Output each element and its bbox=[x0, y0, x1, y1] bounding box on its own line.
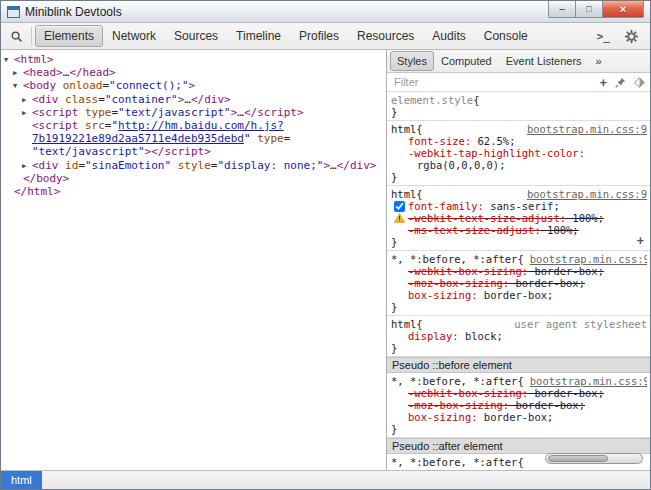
style-property[interactable]: -webkit-box-sizing: border-box; bbox=[391, 265, 647, 277]
style-property[interactable]: -webkit-box-sizing: border-box; bbox=[391, 468, 647, 470]
styles-filter-input[interactable] bbox=[392, 75, 599, 89]
styles-pane-toolbar: + bbox=[599, 77, 645, 88]
code-token: <script bbox=[32, 119, 78, 132]
code-token: </div> bbox=[191, 93, 231, 106]
tab-console[interactable]: Console bbox=[475, 25, 537, 47]
style-property[interactable]: -moz-box-sizing: border-box; bbox=[391, 277, 647, 289]
code-token: -moz-box-sizing: bbox=[408, 399, 509, 411]
style-rule: *, *:before, *:after {bootstrap.min.css:… bbox=[387, 373, 650, 438]
code-token: </html> bbox=[14, 185, 60, 198]
code-token: class bbox=[59, 93, 99, 106]
style-property[interactable]: display: block; bbox=[391, 330, 647, 342]
toggle-element-state-icon[interactable] bbox=[615, 77, 626, 88]
style-property[interactable]: box-sizing: border-box; bbox=[391, 289, 647, 301]
code-token: html bbox=[391, 188, 416, 200]
stylesheet-link[interactable]: bootstrap.min.css:9 bbox=[524, 253, 647, 265]
scrollbar-thumb[interactable] bbox=[548, 455, 608, 462]
code-token: = bbox=[98, 93, 105, 106]
tab-resources[interactable]: Resources bbox=[348, 25, 423, 47]
stylesheet-link[interactable]: bootstrap.min.css:9 bbox=[521, 188, 647, 200]
tree-node[interactable]: ▶<head>…</head> bbox=[1, 66, 386, 79]
console-drawer-icon: >_ bbox=[597, 30, 610, 43]
style-property[interactable]: font-family: sans-serif; bbox=[391, 200, 647, 212]
tab-audits[interactable]: Audits bbox=[423, 25, 474, 47]
tab-elements[interactable]: Elements bbox=[35, 25, 103, 47]
maximize-icon: □ bbox=[586, 4, 591, 14]
code-token: … bbox=[184, 93, 191, 106]
gear-icon bbox=[624, 29, 639, 44]
styles-sections: element.style {}html {bootstrap.min.css:… bbox=[387, 92, 650, 470]
tree-node[interactable]: 7b1919221e89d2aa5711e4deb935debd" type= bbox=[1, 132, 386, 145]
styles-filter-row: + bbox=[387, 73, 650, 92]
tree-node[interactable]: ▼<body onload="connect();"> bbox=[1, 79, 386, 92]
tree-node[interactable]: ▶<script type="text/javascript">…</scrip… bbox=[1, 106, 386, 119]
code-token: "text/javascript" bbox=[32, 145, 145, 158]
statusbar: html bbox=[1, 470, 650, 489]
sidebar-tab-computed[interactable]: Computed bbox=[434, 51, 499, 71]
pseudo-element-header: Pseudo ::before element bbox=[387, 357, 650, 373]
titlebar: Miniblink Devtools – □ × bbox=[1, 1, 650, 23]
breadcrumb-html[interactable]: html bbox=[1, 471, 42, 489]
devtools-window: Miniblink Devtools – □ × ElementsNetwork… bbox=[0, 0, 651, 490]
code-token: display: bbox=[408, 330, 459, 342]
code-token: *, *:before, *:after bbox=[391, 456, 517, 468]
style-property[interactable]: -ms-text-size-adjust: 100%; bbox=[391, 224, 647, 236]
tree-node[interactable]: </body> bbox=[1, 172, 386, 185]
code-token: { bbox=[517, 456, 523, 468]
stylesheet-link[interactable]: bootstrap.min.css:9 bbox=[521, 123, 647, 135]
style-property[interactable]: -webkit-text-size-adjust: 100%; bbox=[391, 212, 647, 224]
code-token: html bbox=[391, 123, 416, 135]
expand-arrow-icon[interactable]: ▶ bbox=[22, 107, 32, 120]
close-button[interactable]: × bbox=[602, 1, 644, 18]
code-token: box-sizing: bbox=[408, 411, 478, 423]
console-drawer-button[interactable]: >_ bbox=[594, 28, 613, 45]
code-token: border-box; bbox=[509, 277, 585, 289]
stylesheet-link[interactable]: bootstrap.min.css:9 bbox=[524, 375, 647, 387]
code-token: <div bbox=[32, 159, 59, 172]
code-token: <body bbox=[23, 79, 56, 92]
warning-icon bbox=[391, 212, 407, 224]
code-token: type bbox=[78, 106, 111, 119]
code-token: =" bbox=[105, 119, 118, 132]
color-format-icon[interactable] bbox=[634, 77, 645, 88]
style-property[interactable]: -webkit-box-sizing: border-box; bbox=[391, 387, 647, 399]
tree-node[interactable]: ▼<html> bbox=[1, 53, 386, 66]
tree-node[interactable]: ▶<div class="container">…</div> bbox=[1, 93, 386, 106]
tab-sources[interactable]: Sources bbox=[165, 25, 227, 47]
tab-profiles[interactable]: Profiles bbox=[290, 25, 348, 47]
styles-sidebar: StylesComputedEvent Listeners» + element… bbox=[386, 50, 650, 470]
new-property-button[interactable]: + bbox=[637, 236, 647, 248]
style-property[interactable]: rgba(0,0,0,0); bbox=[391, 159, 647, 171]
property-enabled-checkbox[interactable] bbox=[394, 201, 405, 212]
code-token: ></script> bbox=[145, 145, 211, 158]
expand-arrow-icon[interactable]: ▶ bbox=[22, 94, 32, 107]
style-property[interactable]: -webkit-tap-highlight-color: bbox=[391, 147, 647, 159]
code-token: } bbox=[391, 236, 397, 248]
style-property[interactable]: font-size: 62.5%; bbox=[391, 135, 647, 147]
sidebar-tabs-overflow-icon[interactable]: » bbox=[589, 51, 609, 71]
code-token: … bbox=[237, 106, 244, 119]
tab-timeline[interactable]: Timeline bbox=[227, 25, 290, 47]
code-token: font-size: bbox=[408, 135, 471, 147]
tree-node[interactable]: <script src="http://hm.baidu.com/h.js? bbox=[1, 119, 386, 132]
search-button[interactable] bbox=[4, 25, 28, 47]
tree-node[interactable]: "text/javascript"></script> bbox=[1, 145, 386, 158]
tree-node[interactable]: ▶<div id="sinaEmotion" style="display: n… bbox=[1, 159, 386, 172]
sidebar-tab-styles[interactable]: Styles bbox=[390, 51, 434, 71]
sidebar-tab-event-listeners[interactable]: Event Listeners bbox=[499, 51, 589, 71]
toolbar-separator bbox=[31, 27, 32, 45]
app-icon bbox=[7, 6, 20, 18]
rule-selector: *, *:before, *:after {bootstrap.min.css:… bbox=[391, 375, 647, 387]
new-style-rule-button[interactable]: + bbox=[599, 77, 607, 88]
collapse-arrow-icon[interactable]: ▼ bbox=[13, 80, 23, 93]
minimize-button[interactable]: – bbox=[548, 1, 575, 18]
main-tabs: ElementsNetworkSourcesTimelineProfilesRe… bbox=[35, 23, 537, 49]
code-token: } bbox=[391, 423, 397, 435]
maximize-button[interactable]: □ bbox=[575, 1, 602, 18]
settings-button[interactable] bbox=[619, 25, 643, 47]
style-property[interactable]: -moz-box-sizing: border-box; bbox=[391, 399, 647, 411]
tree-node[interactable]: </html> bbox=[1, 185, 386, 198]
horizontal-scrollbar[interactable] bbox=[545, 453, 643, 464]
style-property[interactable]: box-sizing: border-box; bbox=[391, 411, 647, 423]
tab-network[interactable]: Network bbox=[103, 25, 165, 47]
